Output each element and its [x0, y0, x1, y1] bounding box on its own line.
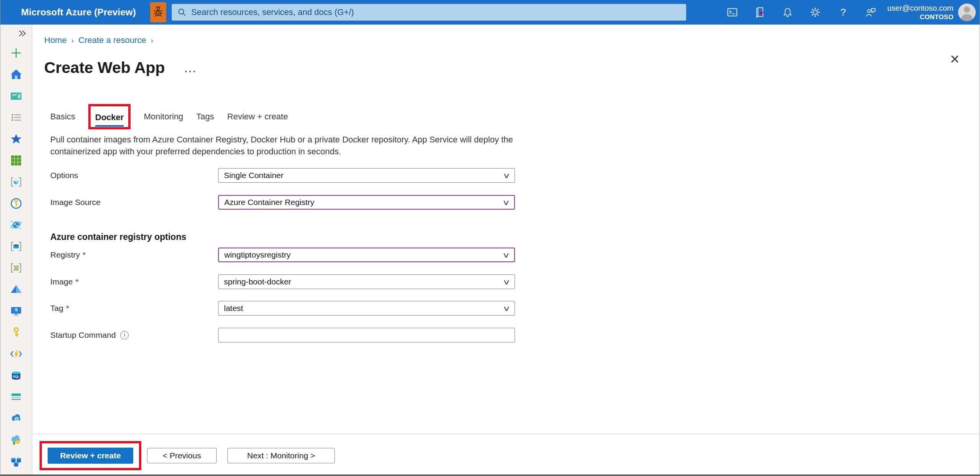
- sidebar-item-azure-active-directory[interactable]: [0, 279, 32, 300]
- sidebar-item-app-services[interactable]: [0, 171, 32, 193]
- sidebar-item-all-services[interactable]: [0, 107, 32, 128]
- cloud-shell-icon: [727, 7, 738, 18]
- double-chevron-right-icon: [18, 29, 27, 38]
- required-marker: *: [83, 250, 86, 259]
- planet-globe-icon: [10, 218, 23, 231]
- breadcrumb-home[interactable]: Home: [44, 35, 67, 45]
- list-icon: [10, 111, 23, 124]
- gear-icon: [809, 7, 821, 18]
- chevron-down-icon: ∨: [503, 171, 511, 180]
- user-email: user@contoso.com: [887, 3, 954, 13]
- image-label: Image*: [50, 277, 218, 286]
- database-cluster-icon: [10, 455, 23, 468]
- cloud-gear-icon: [10, 433, 23, 446]
- startup-command-label: Startup Command i: [50, 331, 218, 340]
- cube-brackets-icon: [10, 175, 23, 188]
- sidebar-item-virtual-machines[interactable]: [0, 300, 32, 322]
- image-dropdown[interactable]: spring-boot-docker ∨: [218, 274, 515, 289]
- image-source-value: Azure Container Registry: [224, 198, 315, 207]
- breadcrumb: Home › Create a resource ›: [44, 35, 158, 45]
- footer-divider: [32, 434, 980, 434]
- avatar-body: [961, 14, 973, 21]
- registry-value: wingtiptoysregistry: [224, 250, 291, 259]
- form-row-tag: Tag* latest ∨: [50, 301, 517, 316]
- review-create-annotation-box: Review + create: [40, 441, 141, 470]
- bug-icon: [152, 5, 164, 20]
- tag-value: latest: [224, 304, 243, 313]
- global-search-box[interactable]: [172, 4, 686, 21]
- stacked-bars-icon: [10, 390, 23, 403]
- tab-bar: Basics Docker Monitoring Tags Review + c…: [50, 100, 288, 134]
- avatar-head: [964, 7, 970, 13]
- sql-database-icon: SQL: [10, 369, 23, 382]
- content-pane: Home › Create a resource › Create Web Ap…: [32, 25, 980, 474]
- form-row-registry: Registry* wingtiptoysregistry ∨: [50, 248, 517, 262]
- feedback-icon: [865, 7, 876, 18]
- next-monitoring-button[interactable]: Next : Monitoring >: [227, 448, 335, 463]
- sidebar-item-home[interactable]: [0, 64, 32, 85]
- settings-button[interactable]: [809, 7, 821, 18]
- directory-filter-button[interactable]: [754, 7, 766, 18]
- sidebar-item-service-bus[interactable]: [0, 236, 32, 257]
- avatar[interactable]: [958, 3, 976, 21]
- tag-label: Tag*: [50, 304, 218, 313]
- search-input[interactable]: [191, 7, 680, 17]
- close-icon[interactable]: ×: [950, 50, 960, 68]
- tab-docker[interactable]: Docker: [95, 112, 124, 127]
- tab-basics[interactable]: Basics: [50, 112, 75, 122]
- form-row-startup-command: Startup Command i: [50, 328, 517, 342]
- tab-review-create[interactable]: Review + create: [227, 112, 288, 122]
- registry-dropdown[interactable]: wingtiptoysregistry ∨: [218, 248, 515, 262]
- sidebar-item-create-a-resource[interactable]: [0, 42, 32, 64]
- sidebar-item-azure-cosmos-db[interactable]: [0, 214, 32, 236]
- cloud-search-icon: [10, 412, 23, 425]
- svg-text:SQL: SQL: [13, 375, 20, 378]
- help-button[interactable]: ?: [837, 7, 849, 18]
- sidebar-item-storage-accounts[interactable]: [0, 386, 32, 408]
- bug-report-button[interactable]: [150, 2, 166, 22]
- help-icon: ?: [840, 7, 846, 18]
- sidebar-item-all-databases[interactable]: [0, 451, 32, 472]
- review-create-button[interactable]: Review + create: [48, 448, 133, 464]
- form-row-image: Image* spring-boot-docker ∨: [50, 274, 517, 289]
- expand-sidebar-button[interactable]: [0, 25, 32, 42]
- sidebar-item-dashboard[interactable]: [0, 85, 32, 107]
- required-marker: *: [75, 277, 78, 286]
- feedback-button[interactable]: [865, 7, 876, 18]
- more-menu-icon[interactable]: …: [184, 58, 197, 77]
- sidebar-item-batch-accounts[interactable]: [0, 257, 32, 279]
- account-menu[interactable]: user@contoso.com CONTOSO: [887, 3, 954, 21]
- notifications-button[interactable]: [782, 7, 793, 18]
- sidebar-item-favorites[interactable]: [0, 128, 32, 150]
- breadcrumb-separator-icon: ›: [71, 36, 74, 45]
- required-marker: *: [66, 304, 69, 313]
- options-dropdown[interactable]: Single Container ∨: [218, 168, 515, 183]
- sidebar-item-all-resources[interactable]: [0, 150, 32, 171]
- tab-monitoring[interactable]: Monitoring: [144, 112, 183, 122]
- sidebar-item-quickstart-center[interactable]: [0, 193, 32, 214]
- sidebar-item-sql-databases[interactable]: SQL: [0, 365, 32, 386]
- key-icon: [10, 326, 23, 339]
- image-source-dropdown[interactable]: Azure Container Registry ∨: [218, 195, 515, 210]
- chevron-down-icon: ∨: [503, 278, 511, 286]
- form-row-options: Options Single Container ∨: [50, 168, 517, 183]
- info-icon[interactable]: i: [120, 331, 129, 339]
- sidebar-item-function-apps[interactable]: [0, 343, 32, 365]
- dashboard-icon: [10, 89, 23, 102]
- flow-brackets-icon: [10, 261, 23, 274]
- sidebar-item-key-vaults[interactable]: [0, 322, 32, 343]
- search-icon: [177, 8, 187, 17]
- tab-tags[interactable]: Tags: [196, 112, 214, 122]
- tag-dropdown[interactable]: latest ∨: [218, 301, 515, 316]
- cloud-shell-button[interactable]: [727, 7, 738, 18]
- previous-button[interactable]: < Previous: [147, 448, 217, 463]
- pyramid-icon: [10, 283, 23, 296]
- acr-options-section-title: Azure container registry options: [50, 232, 186, 242]
- breadcrumb-create-a-resource[interactable]: Create a resource: [78, 35, 146, 45]
- startup-command-input[interactable]: [224, 331, 509, 340]
- chevron-down-icon: ∨: [503, 304, 511, 313]
- grid-icon: [10, 154, 23, 167]
- sidebar: SQL: [0, 25, 32, 474]
- sidebar-item-azure-monitor[interactable]: [0, 408, 32, 429]
- sidebar-item-cloud-services[interactable]: [0, 429, 32, 451]
